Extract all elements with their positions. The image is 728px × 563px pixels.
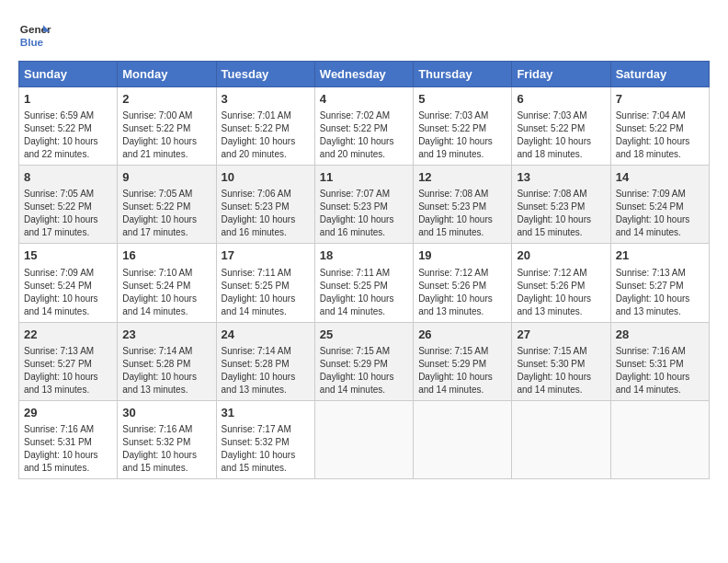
day-info: Sunrise: 7:16 AM Sunset: 5:32 PM Dayligh… [122,423,210,475]
logo-icon: General Blue [18,18,51,52]
day-cell: 21Sunrise: 7:13 AM Sunset: 5:27 PM Dayli… [610,244,709,322]
day-cell: 6Sunrise: 7:03 AM Sunset: 5:22 PM Daylig… [512,87,610,166]
day-cell: 29Sunrise: 7:16 AM Sunset: 5:31 PM Dayli… [19,400,118,478]
day-cell: 11Sunrise: 7:07 AM Sunset: 5:23 PM Dayli… [314,166,413,244]
day-cell: 12Sunrise: 7:08 AM Sunset: 5:23 PM Dayli… [414,166,512,244]
day-info: Sunrise: 7:05 AM Sunset: 5:22 PM Dayligh… [24,188,112,239]
day-info: Sunrise: 7:03 AM Sunset: 5:22 PM Dayligh… [418,109,506,161]
day-number: 17 [222,247,310,264]
day-number: 28 [616,327,704,343]
day-cell: 8Sunrise: 7:05 AM Sunset: 5:22 PM Daylig… [19,166,118,244]
day-number: 23 [122,327,210,343]
svg-text:Blue: Blue [20,36,44,48]
day-info: Sunrise: 7:10 AM Sunset: 5:24 PM Dayligh… [122,267,210,318]
day-number: 25 [320,327,408,343]
day-number: 15 [24,247,112,264]
day-info: Sunrise: 7:08 AM Sunset: 5:23 PM Dayligh… [418,188,506,239]
day-cell: 1Sunrise: 6:59 AM Sunset: 5:22 PM Daylig… [19,87,118,166]
day-number: 9 [122,169,210,186]
day-number: 8 [24,169,112,186]
day-info: Sunrise: 7:14 AM Sunset: 5:28 PM Dayligh… [222,345,310,396]
day-info: Sunrise: 7:16 AM Sunset: 5:31 PM Dayligh… [24,423,112,475]
day-number: 27 [517,327,605,343]
day-number: 19 [418,247,506,264]
day-info: Sunrise: 7:03 AM Sunset: 5:22 PM Dayligh… [517,109,605,161]
day-number: 24 [222,327,310,343]
day-number: 10 [222,169,310,186]
day-info: Sunrise: 6:59 AM Sunset: 5:22 PM Dayligh… [24,109,112,161]
col-header-saturday: Saturday [610,62,709,87]
day-info: Sunrise: 7:02 AM Sunset: 5:22 PM Dayligh… [320,109,408,161]
day-info: Sunrise: 7:04 AM Sunset: 5:22 PM Dayligh… [616,109,704,161]
day-cell: 13Sunrise: 7:08 AM Sunset: 5:23 PM Dayli… [512,166,610,244]
day-info: Sunrise: 7:11 AM Sunset: 5:25 PM Dayligh… [222,267,310,318]
day-info: Sunrise: 7:13 AM Sunset: 5:27 PM Dayligh… [24,345,112,396]
col-header-sunday: Sunday [19,62,118,87]
day-info: Sunrise: 7:11 AM Sunset: 5:25 PM Dayligh… [320,267,408,318]
day-cell: 10Sunrise: 7:06 AM Sunset: 5:23 PM Dayli… [216,166,314,244]
week-row-5: 29Sunrise: 7:16 AM Sunset: 5:31 PM Dayli… [19,400,710,478]
day-cell: 19Sunrise: 7:12 AM Sunset: 5:26 PM Dayli… [414,244,512,322]
day-cell: 31Sunrise: 7:17 AM Sunset: 5:32 PM Dayli… [216,400,314,478]
day-info: Sunrise: 7:14 AM Sunset: 5:28 PM Dayligh… [122,345,210,396]
day-number: 4 [320,91,408,108]
day-info: Sunrise: 7:13 AM Sunset: 5:27 PM Dayligh… [616,267,704,318]
day-cell: 15Sunrise: 7:09 AM Sunset: 5:24 PM Dayli… [19,244,118,322]
day-cell: 7Sunrise: 7:04 AM Sunset: 5:22 PM Daylig… [610,87,709,166]
day-number: 21 [616,247,704,264]
day-number: 11 [320,169,408,186]
day-number: 22 [24,327,112,343]
week-row-3: 15Sunrise: 7:09 AM Sunset: 5:24 PM Dayli… [19,244,710,322]
day-number: 6 [517,91,605,108]
day-cell: 4Sunrise: 7:02 AM Sunset: 5:22 PM Daylig… [314,87,413,166]
day-info: Sunrise: 7:15 AM Sunset: 5:29 PM Dayligh… [418,345,506,396]
day-number: 29 [24,405,112,421]
day-cell: 24Sunrise: 7:14 AM Sunset: 5:28 PM Dayli… [216,322,314,400]
day-info: Sunrise: 7:09 AM Sunset: 5:24 PM Dayligh… [616,188,704,239]
day-info: Sunrise: 7:08 AM Sunset: 5:23 PM Dayligh… [517,188,605,239]
logo: General Blue [18,18,51,52]
week-row-2: 8Sunrise: 7:05 AM Sunset: 5:22 PM Daylig… [19,166,710,244]
day-info: Sunrise: 7:06 AM Sunset: 5:23 PM Dayligh… [222,188,310,239]
col-header-thursday: Thursday [414,62,512,87]
day-cell: 18Sunrise: 7:11 AM Sunset: 5:25 PM Dayli… [314,244,413,322]
col-header-tuesday: Tuesday [216,62,314,87]
header: General Blue [18,18,710,52]
day-number: 13 [517,169,605,186]
day-cell: 20Sunrise: 7:12 AM Sunset: 5:26 PM Dayli… [512,244,610,322]
day-info: Sunrise: 7:12 AM Sunset: 5:26 PM Dayligh… [517,267,605,318]
day-number: 2 [122,91,210,108]
day-info: Sunrise: 7:16 AM Sunset: 5:31 PM Dayligh… [616,345,704,396]
day-info: Sunrise: 7:07 AM Sunset: 5:23 PM Dayligh… [320,188,408,239]
day-info: Sunrise: 7:00 AM Sunset: 5:22 PM Dayligh… [122,109,210,161]
day-info: Sunrise: 7:17 AM Sunset: 5:32 PM Dayligh… [222,423,310,475]
day-number: 1 [24,91,112,108]
day-number: 16 [122,247,210,264]
day-cell: 30Sunrise: 7:16 AM Sunset: 5:32 PM Dayli… [118,400,216,478]
day-info: Sunrise: 7:05 AM Sunset: 5:22 PM Dayligh… [122,188,210,239]
day-number: 14 [616,169,704,186]
day-cell: 25Sunrise: 7:15 AM Sunset: 5:29 PM Dayli… [314,322,413,400]
day-info: Sunrise: 7:09 AM Sunset: 5:24 PM Dayligh… [24,267,112,318]
day-cell: 26Sunrise: 7:15 AM Sunset: 5:29 PM Dayli… [414,322,512,400]
day-cell: 14Sunrise: 7:09 AM Sunset: 5:24 PM Dayli… [610,166,709,244]
day-cell [610,400,709,478]
day-cell: 23Sunrise: 7:14 AM Sunset: 5:28 PM Dayli… [118,322,216,400]
day-cell: 17Sunrise: 7:11 AM Sunset: 5:25 PM Dayli… [216,244,314,322]
day-number: 12 [418,169,506,186]
day-number: 30 [122,405,210,421]
calendar-table: SundayMondayTuesdayWednesdayThursdayFrid… [18,61,710,479]
day-cell [314,400,413,478]
day-number: 20 [517,247,605,264]
day-cell: 27Sunrise: 7:15 AM Sunset: 5:30 PM Dayli… [512,322,610,400]
day-number: 31 [222,405,310,421]
day-cell: 3Sunrise: 7:01 AM Sunset: 5:22 PM Daylig… [216,87,314,166]
week-row-4: 22Sunrise: 7:13 AM Sunset: 5:27 PM Dayli… [19,322,710,400]
day-info: Sunrise: 7:15 AM Sunset: 5:29 PM Dayligh… [320,345,408,396]
col-header-monday: Monday [118,62,216,87]
day-cell: 2Sunrise: 7:00 AM Sunset: 5:22 PM Daylig… [118,87,216,166]
day-number: 26 [418,327,506,343]
col-header-friday: Friday [512,62,610,87]
day-cell: 22Sunrise: 7:13 AM Sunset: 5:27 PM Dayli… [19,322,118,400]
day-number: 7 [616,91,704,108]
